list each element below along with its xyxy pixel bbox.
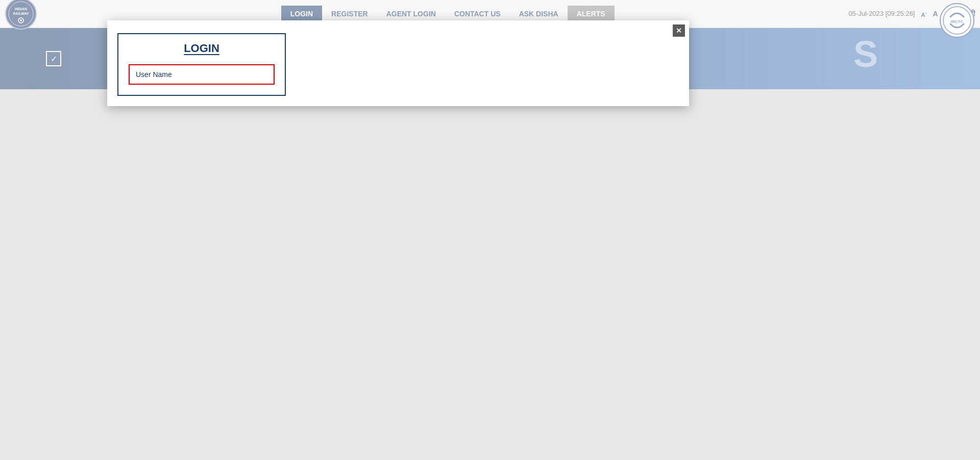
modal-close-button[interactable]: ✕ [673, 24, 685, 37]
modal-dialog: ✕ LOGIN [107, 20, 689, 106]
username-input[interactable] [129, 64, 275, 85]
modal-backdrop: ✕ LOGIN [0, 0, 980, 460]
login-panel: LOGIN [117, 33, 286, 96]
login-title: LOGIN [129, 42, 275, 55]
